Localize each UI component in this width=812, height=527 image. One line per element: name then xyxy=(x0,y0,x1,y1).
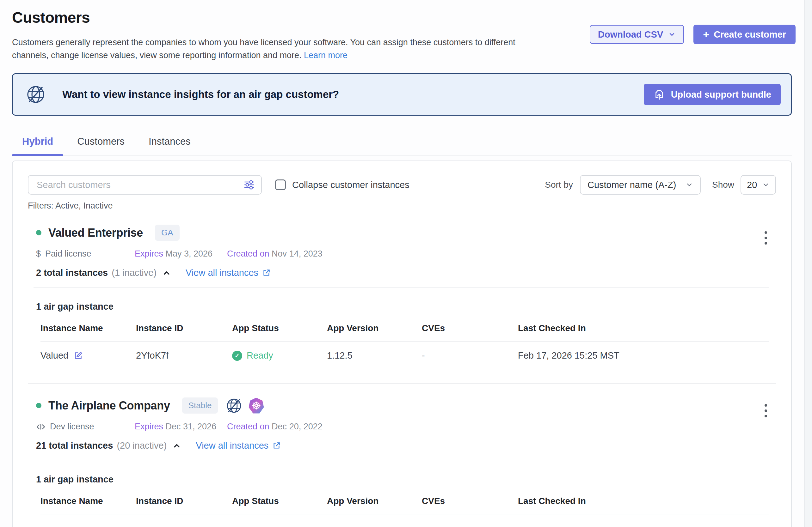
airgap-banner: Want to view instance insights for an ai… xyxy=(12,73,792,116)
external-link-icon xyxy=(262,269,271,277)
upload-button-label: Upload support bundle xyxy=(671,89,771,100)
total-instances-count: 21 total instances xyxy=(36,440,113,451)
col-cves: CVEs xyxy=(422,496,518,506)
instance-table: Instance Name Instance ID App Status App… xyxy=(41,323,769,370)
expires-date: Dec 31, 2026 xyxy=(166,422,217,431)
dollar-icon: $ xyxy=(36,249,41,259)
expires-group: Expires Dec 31, 2026 xyxy=(135,422,227,432)
sliders-icon[interactable] xyxy=(244,179,255,191)
divider xyxy=(33,287,769,287)
active-status-dot xyxy=(36,230,41,236)
tab-hybrid[interactable]: Hybrid xyxy=(12,136,63,155)
col-last-checked-in: Last Checked In xyxy=(518,496,769,506)
total-instances-count: 2 total instances xyxy=(36,268,108,278)
customers-card: Collapse customer instances Sort by Cust… xyxy=(12,161,792,527)
chevron-down-icon xyxy=(668,31,676,38)
customer-header: Valued Enterprise GA xyxy=(36,225,769,241)
channel-badge: Stable xyxy=(182,397,218,413)
check-circle-icon: ✓ xyxy=(232,351,242,361)
expires-group: Expires May 3, 2026 xyxy=(135,249,227,259)
collapse-chevron-up-icon[interactable] xyxy=(162,269,171,277)
active-filters-text: Filters: Active, Inactive xyxy=(28,201,776,211)
customer-divider xyxy=(28,383,776,383)
kebab-menu-icon[interactable] xyxy=(759,401,772,420)
total-instances-row: 21 total instances (20 inactive) View al… xyxy=(36,440,769,451)
table-row: Valued 2YfoK7f ✓ Ready 1.12.5 - Feb 17, … xyxy=(41,342,769,370)
edit-icon[interactable] xyxy=(73,351,83,361)
page-title: Customers xyxy=(12,9,792,27)
toolbar: Collapse customer instances Sort by Cust… xyxy=(28,175,776,195)
banner-title: Want to view instance insights for an ai… xyxy=(62,89,339,101)
instance-table-header: Instance Name Instance ID App Status App… xyxy=(41,323,769,342)
page-description: Customers generally represent the compan… xyxy=(12,36,537,62)
collapse-chevron-up-icon[interactable] xyxy=(172,441,181,450)
created-label: Created on xyxy=(227,249,270,258)
search-box xyxy=(28,175,262,195)
chevron-down-icon xyxy=(685,181,693,189)
expires-date: May 3, 2026 xyxy=(166,249,213,258)
create-customer-label: Create customer xyxy=(714,29,786,40)
active-status-dot xyxy=(36,403,41,408)
cves-cell: - xyxy=(422,350,518,361)
search-input[interactable] xyxy=(36,179,244,191)
col-app-version: App Version xyxy=(327,496,422,506)
show-label: Show xyxy=(712,180,734,190)
scrollbar-track[interactable] xyxy=(804,0,812,527)
inactive-count: (20 inactive) xyxy=(117,440,166,451)
customer-row-airplane-company: The Airplane Company Stable ☸ xyxy=(28,397,776,514)
app-status-cell: ✓ Ready xyxy=(232,350,327,361)
show-count-select[interactable]: 20 xyxy=(741,175,776,195)
expires-label: Expires xyxy=(135,249,163,258)
collapse-instances-control[interactable]: Collapse customer instances xyxy=(275,179,409,190)
learn-more-link[interactable]: Learn more xyxy=(304,50,348,60)
app-status-text: Ready xyxy=(247,350,273,361)
license-row: Dev license Expires Dec 31, 2026 Created… xyxy=(36,422,769,432)
upload-icon xyxy=(653,89,665,101)
tab-customers[interactable]: Customers xyxy=(67,136,135,155)
expires-label: Expires xyxy=(135,422,163,431)
col-app-status: App Status xyxy=(232,496,327,506)
col-instance-name: Instance Name xyxy=(41,496,136,506)
view-all-instances-link[interactable]: View all instances xyxy=(196,440,281,451)
col-app-version: App Version xyxy=(327,323,422,333)
tab-instances[interactable]: Instances xyxy=(139,136,201,155)
license-type: $ Paid license xyxy=(36,249,135,259)
created-group: Created on Nov 14, 2023 xyxy=(227,249,319,259)
show-count-value: 20 xyxy=(747,180,757,190)
airgap-globe-icon xyxy=(26,85,45,104)
upload-support-bundle-button[interactable]: Upload support bundle xyxy=(644,84,781,105)
collapse-instances-checkbox[interactable] xyxy=(275,179,286,190)
customer-name[interactable]: Valued Enterprise xyxy=(48,226,143,240)
kubernetes-icon: ☸ xyxy=(248,398,264,413)
customer-capability-icons: ☸ xyxy=(226,398,264,413)
view-all-instances-link[interactable]: View all instances xyxy=(186,268,271,278)
customers-page: Customers Customers generally represent … xyxy=(0,0,804,527)
page-description-text: Customers generally represent the compan… xyxy=(12,37,516,60)
license-type-label: Dev license xyxy=(50,422,94,432)
download-csv-label: Download CSV xyxy=(598,29,663,40)
total-instances-row: 2 total instances (1 inactive) View all … xyxy=(36,268,769,278)
col-instance-id: Instance ID xyxy=(136,323,232,333)
created-group: Created on Dec 20, 2022 xyxy=(227,422,319,432)
customer-name[interactable]: The Airplane Company xyxy=(48,399,170,412)
instance-id-cell: 2YfoK7f xyxy=(136,350,232,361)
view-all-instances-label: View all instances xyxy=(196,440,269,451)
col-app-status: App Status xyxy=(232,323,327,333)
header-actions: Download CSV + Create customer xyxy=(590,25,796,44)
plus-icon: + xyxy=(703,29,709,40)
license-type: Dev license xyxy=(36,422,135,432)
col-last-checked-in: Last Checked In xyxy=(518,323,769,333)
create-customer-button[interactable]: + Create customer xyxy=(693,25,796,44)
inactive-count: (1 inactive) xyxy=(112,268,157,278)
download-csv-button[interactable]: Download CSV xyxy=(590,25,684,44)
airgap-instances-heading: 1 air gap instance xyxy=(36,301,769,312)
chevron-down-icon xyxy=(762,181,770,189)
created-date: Nov 14, 2023 xyxy=(272,249,322,258)
last-checked-in-cell: Feb 17, 2026 15:25 MST xyxy=(518,350,769,361)
kebab-menu-icon[interactable] xyxy=(759,228,772,247)
col-instance-id: Instance ID xyxy=(136,496,232,506)
sort-by-value: Customer name (A-Z) xyxy=(588,180,676,190)
sort-by-select[interactable]: Customer name (A-Z) xyxy=(580,175,701,195)
created-date: Dec 20, 2022 xyxy=(272,422,322,431)
license-type-label: Paid license xyxy=(45,249,91,259)
